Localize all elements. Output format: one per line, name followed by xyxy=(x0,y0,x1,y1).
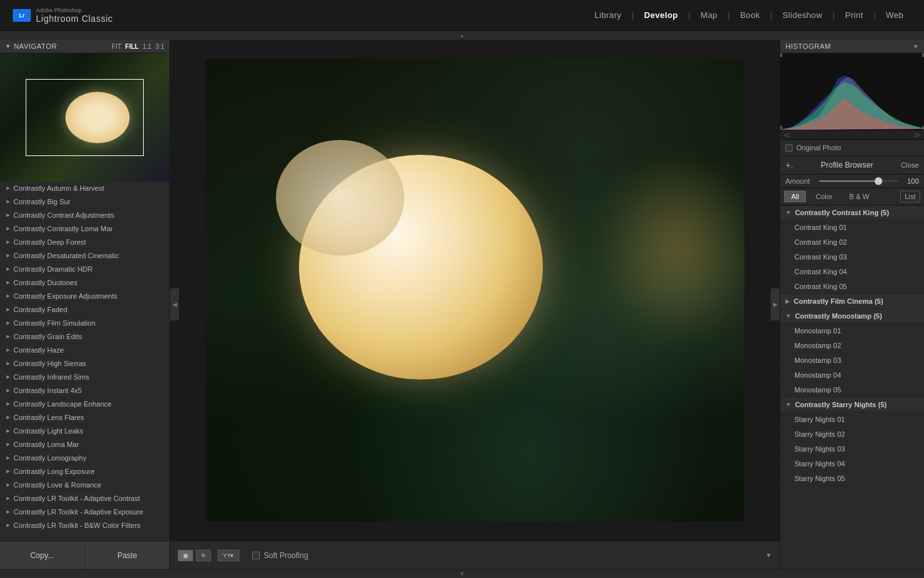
profile-group-starry-nights[interactable]: ▼ Contrastly Starry Nights (5) xyxy=(780,398,924,412)
zoom-dropdown-arrow[interactable]: ▼ xyxy=(766,552,772,559)
profile-entry-sn04[interactable]: Starry Nights 04 xyxy=(780,457,924,471)
preset-item-lr-toolkit-exposure[interactable]: ▶ Contrastly LR Toolkit - Adaptive Expos… xyxy=(0,505,169,519)
profile-entry-ck01[interactable]: Contrast King 01 xyxy=(780,220,924,235)
preset-item-loma-mar[interactable]: ▶ Contrastly Loma Mar xyxy=(0,438,169,451)
copy-button[interactable]: Copy... xyxy=(0,541,85,569)
profile-entry-ms02[interactable]: Monostamp 02 xyxy=(780,338,924,353)
profile-entry-ck03[interactable]: Contrast King 03 xyxy=(780,250,924,265)
left-panel-toggle[interactable]: ◀ xyxy=(170,288,179,320)
paste-button[interactable]: Paste xyxy=(85,541,170,569)
preset-item-loma-mar-2[interactable]: ▶ Contrastly Contrastly Loma Mar xyxy=(0,222,169,236)
original-photo-checkbox[interactable] xyxy=(785,144,792,152)
filmstrip-bottom-toggle[interactable] xyxy=(0,569,924,578)
preset-item-film-sim[interactable]: ▶ Contrastly Film Simulation xyxy=(0,317,169,330)
profile-plus-button[interactable]: +. xyxy=(785,160,793,170)
profile-close-button[interactable]: Close xyxy=(901,161,919,169)
preset-item-desaturated[interactable]: ▶ Contrastly Desaturated Cinematic xyxy=(0,249,169,263)
right-panel-toggle[interactable]: ▶ xyxy=(771,288,780,320)
preset-arrow-icon: ▶ xyxy=(6,361,10,366)
grid-view-btn[interactable]: ⊞ xyxy=(196,550,211,561)
group-name: Contrastly Starry Nights (5) xyxy=(795,401,887,408)
single-view-btn[interactable]: ▣ xyxy=(178,550,193,561)
profile-entry-sn02[interactable]: Starry Nights 02 xyxy=(780,427,924,442)
profile-group-contrast-king[interactable]: ▼ Contrastly Contrast King (5) xyxy=(780,206,924,220)
preset-item-deep-forest[interactable]: ▶ Contrastly Deep Forest xyxy=(0,236,169,249)
profile-entry-sn03[interactable]: Starry Nights 03 xyxy=(780,442,924,457)
nav-sep-6: | xyxy=(873,10,875,20)
view-option-yy[interactable]: YY▾ xyxy=(218,550,239,561)
profile-entry-label: Starry Nights 04 xyxy=(794,460,845,468)
filmstrip-top-toggle[interactable] xyxy=(0,31,924,40)
profile-entry-label: Monostamp 02 xyxy=(794,342,841,349)
tab-print[interactable]: Print xyxy=(837,8,871,22)
zoom-fit[interactable]: FIT xyxy=(112,43,121,50)
preset-item-faded[interactable]: ▶ Contrastly Faded xyxy=(0,303,169,317)
center-toolbar: ▣ ⊞ YY▾ Soft Proofing ▼ xyxy=(170,541,780,569)
profile-entry-label: Monostamp 03 xyxy=(794,356,841,364)
logo-area: Lr Adobe Photoshop Lightroom Classic xyxy=(13,7,113,24)
profile-entry-ms05[interactable]: Monostamp 05 xyxy=(780,383,924,398)
preset-item-lr-toolkit-contrast[interactable]: ▶ Contrastly LR Toolkit - Adaptive Contr… xyxy=(0,492,169,505)
profile-entry-ms04[interactable]: Monostamp 04 xyxy=(780,368,924,383)
preset-label: Contrastly Landscape Enhance xyxy=(13,400,112,408)
preset-label: Contrastly Loma Mar xyxy=(13,441,79,448)
preset-item-lr-toolkit-bw[interactable]: ▶ Contrastly LR Toolkit - B&W Color Filt… xyxy=(0,519,169,532)
preset-item-contrast-adj[interactable]: ▶ Contrastly Contrast Adjustments xyxy=(0,209,169,222)
soft-proofing-checkbox[interactable] xyxy=(252,552,260,559)
preset-item-lens-flares[interactable]: ▶ Contrastly Lens Flares xyxy=(0,411,169,425)
preset-item-exposure[interactable]: ▶ Contrastly Exposure Adjustments xyxy=(0,290,169,303)
filter-tab-all[interactable]: All xyxy=(784,191,806,202)
amount-slider-thumb[interactable] xyxy=(875,177,882,185)
profile-entry-ms03[interactable]: Monostamp 03 xyxy=(780,353,924,368)
profile-entry-ck05[interactable]: Contrast King 05 xyxy=(780,279,924,294)
preset-label: Contrastly LR Toolkit - Adaptive Exposur… xyxy=(13,508,143,516)
profile-browser-title: Profile Browser xyxy=(821,161,873,170)
tab-map[interactable]: Map xyxy=(693,8,725,22)
svg-rect-3 xyxy=(780,126,782,130)
preset-item-duotones[interactable]: ▶ Contrastly Duotones xyxy=(0,276,169,290)
preset-item-long-exposure[interactable]: ▶ Contrastly Long Exposure xyxy=(0,465,169,478)
preset-label: Contrastly Contrastly Loma Mar xyxy=(13,225,113,232)
preset-item-autumn[interactable]: ▶ Contrastly Autumn & Harvest xyxy=(0,182,169,195)
profile-entry-ck04[interactable]: Contrast King 04 xyxy=(780,265,924,279)
preset-item-grain[interactable]: ▶ Contrastly Grain Edits xyxy=(0,330,169,344)
hist-ctrl-right[interactable]: ▷ xyxy=(916,132,920,138)
list-view-button[interactable]: List xyxy=(900,191,920,202)
tab-web[interactable]: Web xyxy=(878,8,911,22)
tab-develop[interactable]: Develop xyxy=(637,8,686,22)
tab-book[interactable]: Book xyxy=(732,8,767,22)
profile-group-film-cinema[interactable]: ▶ Contrastly Film Cinema (5) xyxy=(780,294,924,309)
profile-entry-ck02[interactable]: Contrast King 02 xyxy=(780,235,924,250)
preset-item-dramatic-hdr[interactable]: ▶ Contrastly Dramatic HDR xyxy=(0,263,169,276)
profile-group-monostamp[interactable]: ▼ Contrastly Monostamp (5) xyxy=(780,309,924,324)
preset-arrow-icon: ▶ xyxy=(6,428,10,434)
preset-item-love-romance[interactable]: ▶ Contrastly Love & Romance xyxy=(0,478,169,492)
profile-entry-label: Contrast King 01 xyxy=(794,223,847,231)
preset-item-instant[interactable]: ▶ Contrastly Instant 4x5 xyxy=(0,384,169,398)
zoom-3-1[interactable]: 3:1 xyxy=(155,43,164,50)
filter-tab-bw[interactable]: B & W xyxy=(843,191,877,202)
histogram-menu-icon[interactable]: ▼ xyxy=(912,43,919,50)
preset-item-haze[interactable]: ▶ Contrastly Haze xyxy=(0,344,169,357)
preset-item-high-sierras[interactable]: ▶ Contrastly High Sierras xyxy=(0,357,169,371)
tab-library[interactable]: Library xyxy=(586,8,629,22)
nav-flower-shape xyxy=(65,92,130,143)
preset-item-landscape[interactable]: ▶ Contrastly Landscape Enhance xyxy=(0,398,169,411)
profile-entry-sn05[interactable]: Starry Nights 05 xyxy=(780,471,924,486)
profile-entry-sn01[interactable]: Starry Nights 01 xyxy=(780,412,924,427)
preset-item-bigsur[interactable]: ▶ Contrastly Big Sur xyxy=(0,195,169,209)
group-arrow-icon: ▼ xyxy=(785,313,791,319)
tab-slideshow[interactable]: Slideshow xyxy=(775,8,830,22)
zoom-fill[interactable]: FILL xyxy=(125,43,139,50)
navigator-header[interactable]: ▼ Navigator FIT FILL 1:1 3:1 xyxy=(0,40,169,53)
filter-tab-color[interactable]: Color xyxy=(809,191,839,202)
preset-label: Contrastly Contrast Adjustments xyxy=(13,211,114,219)
amount-slider-track[interactable] xyxy=(819,180,898,182)
profile-entry-ms01[interactable]: Monostamp 01 xyxy=(780,324,924,338)
zoom-1-1[interactable]: 1:1 xyxy=(142,43,151,50)
preset-item-lomography[interactable]: ▶ Contrastly Lomography xyxy=(0,451,169,465)
main-photo xyxy=(205,59,744,521)
preset-item-infrared[interactable]: ▶ Contrastly Infrared Sims xyxy=(0,371,169,384)
hist-ctrl-left[interactable]: ◁ xyxy=(784,132,789,138)
preset-item-light-leaks[interactable]: ▶ Contrastly Light Leaks xyxy=(0,425,169,438)
